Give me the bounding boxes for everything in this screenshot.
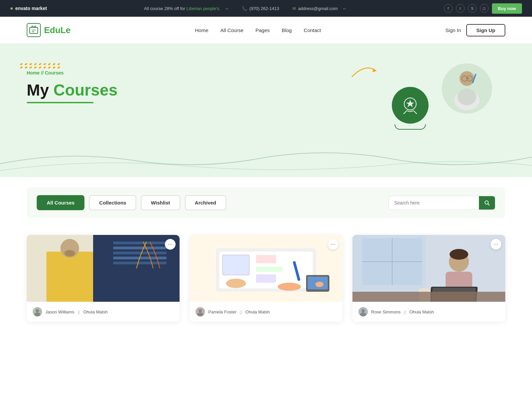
instagram-icon[interactable]: ◻ (480, 4, 489, 13)
achievement-badge (392, 87, 429, 124)
card-image-design: ⋯ (190, 235, 342, 302)
navbar: EduLe Home All Course Pages Blog Contact… (0, 17, 532, 43)
filter-section: All Courses Collections Wishlist Archive… (0, 177, 532, 228)
svg-point-20 (64, 250, 75, 257)
tab-collections[interactable]: Collections (89, 195, 136, 210)
svg-point-36 (226, 279, 246, 288)
author-name-2: Ohula Malsh (410, 309, 434, 314)
svg-rect-23 (113, 252, 167, 254)
title-underline (27, 102, 93, 103)
sign-up-button[interactable]: Sign Up (466, 24, 505, 36)
course-card: ⋯ Jason Williams || Ohula Malsh (27, 235, 180, 322)
svg-rect-58 (352, 292, 505, 302)
tab-archived[interactable]: Archived (185, 195, 226, 210)
svg-rect-18 (46, 252, 93, 302)
card-body: Rose Simmons || Ohula Malsh (352, 302, 505, 322)
search-bar (388, 196, 495, 210)
envato-dot: ● (10, 5, 13, 11)
svg-marker-5 (406, 100, 414, 107)
logo-text: EduLe (44, 25, 70, 35)
arrow-back-icon: ← (342, 6, 347, 11)
svg-point-37 (278, 283, 301, 291)
course-card: ⋯ Rose Simmons || Ohula Malsh (352, 235, 505, 322)
nav-actions: Sign In Sign Up (446, 24, 505, 36)
tab-wishlist[interactable]: Wishlist (141, 195, 180, 210)
hero-wave-decoration (0, 144, 532, 177)
email-contact: ✉ address@gmail.com ← (292, 6, 347, 11)
arrow-icon: → (224, 6, 229, 11)
logo-icon (27, 23, 41, 37)
card-author: Pamela Foster || Ohula Malsh (196, 307, 336, 316)
top-bar-right: f t S ◻ Buy now (444, 3, 522, 14)
search-icon (484, 200, 490, 206)
author-avatar (358, 307, 368, 316)
courses-grid: ⋯ Jason Williams || Ohula Malsh (27, 235, 505, 322)
envato-text: envato market (15, 6, 47, 11)
svg-point-28 (34, 312, 40, 316)
search-button[interactable] (479, 196, 495, 210)
card-body: Pamela Foster || Ohula Malsh (190, 302, 342, 322)
author-name-1: Rose Simmons (371, 309, 401, 314)
tab-all-courses[interactable]: All Courses (37, 195, 84, 210)
filter-tabs: All Courses Collections Wishlist Archive… (37, 195, 226, 210)
skype-icon[interactable]: S (468, 4, 477, 13)
envato-brand: ● envato market (10, 5, 47, 11)
facebook-icon[interactable]: f (444, 4, 453, 13)
svg-point-52 (450, 249, 468, 260)
author-avatar (33, 307, 42, 316)
phone-contact: 📞 (970) 262-1413 (242, 6, 279, 11)
search-input[interactable] (389, 196, 479, 210)
email-icon: ✉ (292, 6, 296, 11)
author-name-1: Pamela Foster (208, 309, 237, 314)
nav-blog[interactable]: Blog (282, 27, 292, 33)
svg-rect-34 (256, 267, 283, 272)
course-card: ⋯ Pamela Foster || Ohula Malsh (190, 235, 342, 322)
svg-point-43 (199, 309, 202, 312)
phone-icon: 📞 (242, 6, 247, 11)
svg-line-15 (488, 204, 489, 205)
card-menu-button[interactable]: ⋯ (328, 239, 338, 250)
svg-point-9 (458, 89, 476, 105)
buy-now-button[interactable]: Buy now (492, 3, 522, 14)
card-author: Rose Simmons || Ohula Malsh (358, 307, 499, 316)
promo-highlight: Liberian people's. (187, 6, 221, 11)
svg-rect-21 (113, 242, 167, 244)
card-body: Jason Williams || Ohula Malsh (27, 302, 180, 322)
author-name-2: Ohula Malsh (83, 309, 107, 314)
author-name-1: Jason Williams (45, 309, 74, 314)
card-image-tech: ⋯ (27, 235, 180, 302)
svg-rect-32 (223, 255, 249, 275)
twitter-icon[interactable]: t (456, 4, 465, 13)
top-bar: ● envato market All course 28% off for L… (0, 0, 532, 17)
logo-area: EduLe (27, 23, 70, 37)
filter-bar: All Courses Collections Wishlist Archive… (27, 187, 505, 218)
svg-rect-33 (256, 255, 276, 263)
svg-point-57 (419, 288, 430, 292)
card-image-business: ⋯ (352, 235, 505, 302)
hero-section: Home // Courses My Courses (0, 43, 532, 177)
nav-links: Home All Course Pages Blog Contact (195, 27, 321, 33)
courses-section: ⋯ Jason Williams || Ohula Malsh (0, 228, 532, 342)
nav-contact[interactable]: Contact (304, 27, 321, 33)
top-bar-center: All course 28% off for Liberian people's… (144, 6, 347, 11)
breadcrumb: Home // Courses (27, 70, 505, 76)
nav-all-course[interactable]: All Course (220, 27, 243, 33)
nav-home[interactable]: Home (195, 27, 208, 33)
svg-rect-35 (256, 274, 276, 283)
card-menu-button[interactable]: ⋯ (491, 239, 501, 250)
nav-pages[interactable]: Pages (256, 27, 270, 33)
sign-in-button[interactable]: Sign In (446, 27, 461, 33)
svg-point-61 (360, 312, 366, 316)
svg-rect-22 (113, 247, 167, 249)
svg-point-60 (361, 309, 365, 312)
author-avatar (196, 307, 205, 316)
svg-point-27 (36, 309, 39, 312)
svg-point-41 (315, 282, 323, 287)
breadcrumb-current: Courses (45, 70, 63, 76)
card-menu-button[interactable]: ⋯ (165, 239, 176, 250)
promo-text: All course 28% off for Liberian people's… (144, 6, 229, 11)
breadcrumb-home[interactable]: Home (27, 70, 40, 76)
svg-rect-0 (30, 27, 38, 33)
card-author: Jason Williams || Ohula Malsh (33, 307, 174, 316)
breadcrumb-sep: // (41, 70, 45, 76)
